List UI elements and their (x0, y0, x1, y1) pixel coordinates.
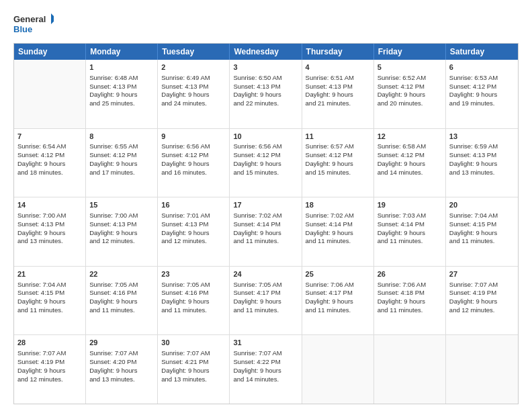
day-number-27: 27 (449, 269, 515, 279)
cell-line: Sunset: 4:13 PM (306, 83, 370, 91)
cell-line: Sunset: 4:15 PM (449, 220, 515, 229)
cell-line: Sunset: 4:18 PM (378, 289, 442, 298)
cell-line: Sunrise: 6:50 AM (233, 74, 298, 83)
day-number-6: 6 (449, 62, 515, 73)
cell-line: Sunrise: 7:01 AM (161, 212, 226, 220)
cell-line: Sunset: 4:12 PM (161, 151, 226, 160)
cell-w0-d4: 4Sunrise: 6:51 AMSunset: 4:13 PMDaylight… (302, 60, 374, 128)
week-row-4: 28Sunrise: 7:07 AMSunset: 4:19 PMDayligh… (14, 335, 518, 404)
cell-line: Daylight: 9 hours (306, 229, 370, 238)
cell-line: Sunrise: 6:56 AM (233, 142, 298, 151)
cell-w4-d6 (446, 335, 518, 404)
cell-w0-d2: 2Sunrise: 6:49 AMSunset: 4:13 PMDaylight… (158, 60, 230, 128)
cell-w1-d2: 9Sunrise: 6:56 AMSunset: 4:12 PMDaylight… (158, 129, 230, 197)
calendar-body: 1Sunrise: 6:48 AMSunset: 4:13 PMDaylight… (14, 60, 518, 404)
cell-w3-d5: 26Sunrise: 7:06 AMSunset: 4:18 PMDayligh… (374, 267, 446, 335)
cell-line: Sunset: 4:19 PM (449, 289, 515, 298)
cell-w3-d2: 23Sunrise: 7:05 AMSunset: 4:16 PMDayligh… (158, 267, 230, 335)
cell-line: and 20 minutes. (378, 99, 442, 108)
cell-line: Sunrise: 7:07 AM (161, 349, 226, 358)
cell-w1-d3: 10Sunrise: 6:56 AMSunset: 4:12 PMDayligh… (230, 129, 302, 197)
cell-line: Sunrise: 6:58 AM (378, 142, 442, 151)
cell-w4-d2: 30Sunrise: 7:07 AMSunset: 4:21 PMDayligh… (158, 335, 230, 404)
day-number-19: 19 (378, 200, 442, 210)
cell-line: and 13 minutes. (17, 237, 82, 246)
cell-line: and 11 minutes. (233, 306, 298, 315)
cell-line: Sunrise: 6:55 AM (89, 142, 154, 151)
header-day-0: Sunday (14, 44, 86, 60)
cell-line: Sunrise: 7:05 AM (161, 281, 226, 289)
cell-line: and 13 minutes. (161, 375, 226, 384)
cell-line: Sunset: 4:13 PM (233, 83, 298, 91)
cell-w2-d0: 14Sunrise: 7:00 AMSunset: 4:13 PMDayligh… (14, 197, 86, 266)
cell-w0-d0 (14, 60, 86, 128)
cell-w2-d1: 15Sunrise: 7:00 AMSunset: 4:13 PMDayligh… (86, 197, 158, 266)
cell-line: Daylight: 9 hours (306, 91, 370, 99)
cell-line: Sunrise: 6:56 AM (161, 142, 226, 151)
cell-line: Sunrise: 7:04 AM (449, 212, 515, 220)
day-number-28: 28 (17, 338, 82, 348)
header: General Blue (13, 12, 519, 36)
calendar: SundayMondayTuesdayWednesdayThursdayFrid… (13, 43, 519, 404)
cell-w1-d6: 13Sunrise: 6:59 AMSunset: 4:13 PMDayligh… (446, 129, 518, 197)
day-number-21: 21 (17, 269, 82, 279)
day-number-18: 18 (306, 200, 370, 210)
cell-line: and 11 minutes. (161, 306, 226, 315)
cell-line: Daylight: 9 hours (449, 229, 515, 238)
page: General Blue SundayMondayTuesdayWednesda… (0, 0, 532, 411)
day-number-25: 25 (306, 269, 370, 279)
cell-line: Daylight: 9 hours (449, 298, 515, 306)
cell-line: and 13 minutes. (449, 169, 515, 177)
svg-text:Blue: Blue (13, 24, 32, 34)
cell-line: Sunset: 4:16 PM (89, 289, 154, 298)
cell-w1-d4: 11Sunrise: 6:57 AMSunset: 4:12 PMDayligh… (302, 129, 374, 197)
header-day-5: Friday (374, 44, 446, 60)
cell-line: Daylight: 9 hours (17, 367, 82, 375)
cell-line: Sunset: 4:14 PM (378, 220, 442, 229)
cell-w1-d5: 12Sunrise: 6:58 AMSunset: 4:12 PMDayligh… (374, 129, 446, 197)
day-number-9: 9 (161, 132, 226, 142)
cell-line: Daylight: 9 hours (233, 298, 298, 306)
cell-line: Sunset: 4:13 PM (89, 220, 154, 229)
cell-w0-d1: 1Sunrise: 6:48 AMSunset: 4:13 PMDaylight… (86, 60, 158, 128)
cell-line: Daylight: 9 hours (233, 229, 298, 238)
cell-line: Daylight: 9 hours (233, 160, 298, 169)
day-number-29: 29 (89, 338, 154, 348)
cell-line: Sunset: 4:20 PM (89, 358, 154, 367)
cell-line: Daylight: 9 hours (89, 367, 154, 375)
cell-line: and 11 minutes. (378, 306, 442, 315)
cell-line: and 11 minutes. (306, 237, 370, 246)
cell-line: Sunrise: 7:05 AM (89, 281, 154, 289)
cell-line: Sunset: 4:12 PM (378, 151, 442, 160)
cell-w4-d1: 29Sunrise: 7:07 AMSunset: 4:20 PMDayligh… (86, 335, 158, 404)
cell-line: Daylight: 9 hours (17, 298, 82, 306)
cell-line: Daylight: 9 hours (89, 160, 154, 169)
cell-line: and 14 minutes. (233, 375, 298, 384)
cell-line: Sunrise: 6:54 AM (17, 142, 82, 151)
cell-line: Daylight: 9 hours (233, 91, 298, 99)
cell-line: Sunrise: 6:51 AM (306, 74, 370, 83)
cell-line: and 11 minutes. (233, 237, 298, 246)
cell-line: Daylight: 9 hours (378, 298, 442, 306)
cell-w3-d3: 24Sunrise: 7:05 AMSunset: 4:17 PMDayligh… (230, 267, 302, 335)
cell-line: Daylight: 9 hours (17, 160, 82, 169)
cell-line: Daylight: 9 hours (161, 160, 226, 169)
cell-line: Daylight: 9 hours (161, 229, 226, 238)
cell-line: Daylight: 9 hours (161, 367, 226, 375)
svg-text:General: General (13, 14, 46, 24)
cell-line: Sunrise: 7:07 AM (17, 349, 82, 358)
day-number-8: 8 (89, 132, 154, 142)
cell-line: and 11 minutes. (89, 306, 154, 315)
cell-line: and 21 minutes. (306, 99, 370, 108)
day-number-22: 22 (89, 269, 154, 279)
cell-line: Sunset: 4:12 PM (378, 83, 442, 91)
cell-line: Sunrise: 7:07 AM (233, 349, 298, 358)
cell-line: Sunset: 4:22 PM (233, 358, 298, 367)
cell-line: Daylight: 9 hours (89, 229, 154, 238)
cell-line: Daylight: 9 hours (378, 229, 442, 238)
cell-line: and 22 minutes. (233, 99, 298, 108)
cell-w0-d6: 6Sunrise: 6:53 AMSunset: 4:12 PMDaylight… (446, 60, 518, 128)
cell-line: Sunset: 4:14 PM (306, 220, 370, 229)
cell-w0-d5: 5Sunrise: 6:52 AMSunset: 4:12 PMDaylight… (374, 60, 446, 128)
cell-line: Daylight: 9 hours (161, 91, 226, 99)
